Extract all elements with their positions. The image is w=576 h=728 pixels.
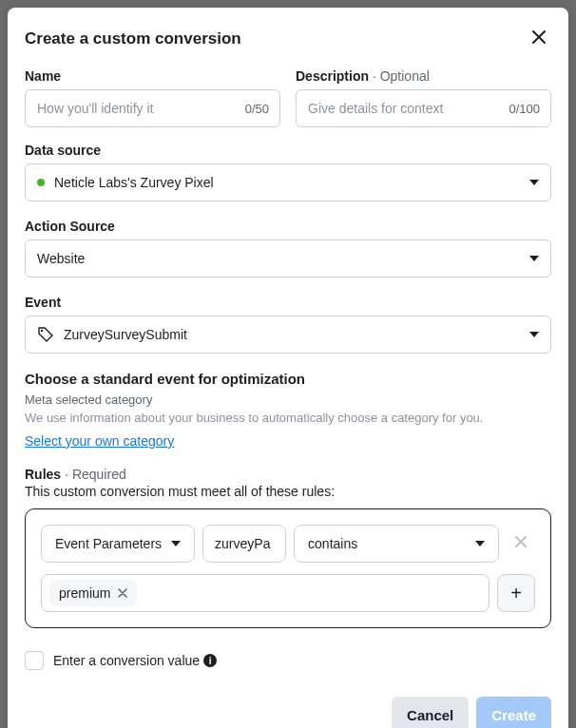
remove-rule-button[interactable] [507, 531, 535, 556]
select-own-category-link[interactable]: Select your own category [25, 433, 174, 449]
chevron-down-icon [171, 541, 181, 546]
name-input[interactable] [25, 89, 280, 127]
token-remove-button[interactable] [118, 585, 127, 601]
data-source-value: Neticle Labs's Zurvey Pixel [54, 175, 214, 190]
rule-param-key-input[interactable] [202, 525, 286, 563]
create-button[interactable]: Create [476, 697, 551, 728]
modal-title: Create a custom conversion [25, 29, 241, 48]
rules-required-label: · Required [65, 467, 126, 482]
rule-value-token: premium [49, 580, 137, 606]
conversion-value-label: Enter a conversion value i [53, 653, 217, 668]
chevron-down-icon [529, 332, 539, 337]
action-source-dropdown[interactable]: Website [25, 239, 551, 278]
chevron-down-icon [475, 541, 485, 546]
data-source-label: Data source [25, 143, 551, 158]
close-icon [514, 535, 528, 548]
data-source-dropdown[interactable]: Neticle Labs's Zurvey Pixel [25, 163, 551, 201]
chevron-down-icon [529, 180, 539, 185]
close-icon [118, 588, 127, 598]
info-icon[interactable]: i [203, 654, 217, 667]
conversion-value-checkbox[interactable] [25, 651, 44, 670]
chevron-down-icon [529, 256, 539, 261]
svg-point-0 [41, 330, 43, 332]
status-dot-icon [37, 179, 45, 186]
event-value: ZurveySurveySubmit [64, 327, 187, 342]
rule-value-input[interactable]: premium [41, 574, 490, 612]
close-button[interactable] [527, 25, 551, 53]
modal-footer: Cancel Create [25, 697, 551, 728]
plus-icon: + [510, 583, 522, 604]
rules-container: Event Parameters contains premium [25, 508, 551, 628]
description-char-count: 0/100 [509, 102, 540, 116]
description-label: Description · Optional [296, 68, 551, 84]
action-source-value: Website [37, 251, 85, 266]
close-icon [530, 29, 547, 46]
rules-label: Rules [25, 467, 61, 482]
rule-param-type-dropdown[interactable]: Event Parameters [41, 525, 195, 563]
action-source-label: Action Source [25, 219, 551, 234]
add-rule-button[interactable]: + [497, 574, 535, 612]
name-char-count: 0/50 [245, 102, 269, 116]
standard-event-title: Choose a standard event for optimization [25, 371, 551, 387]
meta-category-desc: We use information about your business t… [25, 411, 551, 425]
event-label: Event [25, 295, 551, 310]
create-custom-conversion-modal: Create a custom conversion Name 0/50 Des… [8, 8, 568, 728]
meta-selected-category: Meta selected category [25, 393, 551, 407]
rules-description: This custom conversion must meet all of … [25, 484, 551, 499]
tag-icon [37, 326, 54, 343]
rule-condition-dropdown[interactable]: contains [294, 525, 499, 563]
name-label: Name [25, 68, 280, 84]
event-dropdown[interactable]: ZurveySurveySubmit [25, 316, 551, 354]
modal-header: Create a custom conversion [25, 25, 551, 53]
cancel-button[interactable]: Cancel [392, 697, 469, 728]
